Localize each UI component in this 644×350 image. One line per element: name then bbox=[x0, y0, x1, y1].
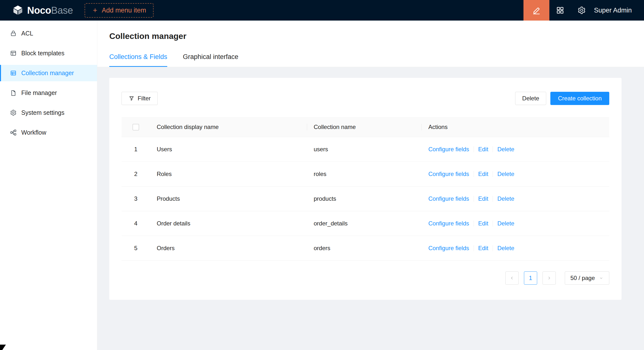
action-divider bbox=[493, 220, 493, 226]
chevron-left-icon bbox=[509, 275, 515, 281]
sidebar-item-workflow[interactable]: Workflow bbox=[0, 124, 97, 141]
delete-link[interactable]: Delete bbox=[497, 171, 514, 177]
header-actions: Super Admin bbox=[524, 0, 644, 21]
row-actions: Configure fields Edit Delete bbox=[428, 245, 603, 252]
sidebar-item-acl[interactable]: ACL bbox=[0, 25, 97, 42]
highlighter-icon bbox=[532, 6, 541, 15]
pagination: 1 50 / page bbox=[122, 271, 609, 285]
page-head: Collection manager Collections & Fields … bbox=[97, 21, 644, 67]
sidebar-item-collection-manager[interactable]: Collection manager bbox=[0, 65, 97, 81]
sidebar: ACL Block templates Collection manager F… bbox=[0, 21, 97, 350]
delete-link[interactable]: Delete bbox=[497, 195, 514, 202]
table-row: 1 Users users Configure fields Edit Dele… bbox=[122, 137, 609, 162]
brand-text: NocoBase bbox=[27, 5, 73, 16]
column-display-name: Collection display name bbox=[150, 117, 307, 137]
sidebar-item-label: ACL bbox=[21, 30, 33, 37]
brand[interactable]: NocoBase bbox=[0, 5, 73, 16]
appstore-icon bbox=[556, 6, 564, 15]
table-row: 5 Orders orders Configure fields Edit De… bbox=[122, 236, 609, 261]
user-menu[interactable]: Super Admin bbox=[594, 7, 632, 14]
cell-display-name: Order details bbox=[150, 211, 307, 236]
next-page-button[interactable] bbox=[542, 271, 556, 285]
action-divider bbox=[474, 245, 474, 251]
table-row: 3 Products products Configure fields Edi… bbox=[122, 186, 609, 211]
ui-editor-button[interactable] bbox=[524, 0, 550, 21]
configure-fields-link[interactable]: Configure fields bbox=[428, 171, 469, 177]
select-all-checkbox[interactable] bbox=[132, 124, 139, 130]
content-area: Filter Delete Create collection Collecti… bbox=[97, 67, 644, 350]
chevron-right-icon bbox=[546, 275, 552, 281]
collections-card: Filter Delete Create collection Collecti… bbox=[109, 78, 622, 300]
sidebar-item-system-settings[interactable]: System settings bbox=[0, 105, 97, 121]
app-header: NocoBase Add menu item bbox=[0, 0, 644, 21]
plugins-button[interactable] bbox=[550, 0, 571, 21]
main-area: Collection manager Collections & Fields … bbox=[97, 21, 644, 350]
action-divider bbox=[493, 196, 493, 202]
cell-name: order_details bbox=[307, 211, 422, 236]
sidebar-item-file-manager[interactable]: File manager bbox=[0, 85, 97, 101]
action-divider bbox=[493, 146, 493, 152]
action-divider bbox=[474, 220, 474, 226]
configure-fields-link[interactable]: Configure fields bbox=[428, 245, 469, 252]
row-index: 1 bbox=[122, 137, 150, 162]
cell-name: roles bbox=[307, 162, 422, 186]
filter-icon bbox=[128, 96, 134, 101]
cell-name: products bbox=[307, 186, 422, 211]
settings-button[interactable] bbox=[571, 0, 592, 21]
lock-icon bbox=[10, 30, 17, 37]
gear-icon bbox=[10, 109, 17, 116]
cell-name: orders bbox=[307, 236, 422, 261]
prev-page-button[interactable] bbox=[505, 271, 518, 285]
filter-label: Filter bbox=[138, 95, 150, 102]
edit-link[interactable]: Edit bbox=[478, 195, 488, 202]
plus-icon bbox=[92, 7, 98, 14]
tab-graphical-interface[interactable]: Graphical interface bbox=[183, 53, 238, 67]
edit-link[interactable]: Edit bbox=[478, 171, 488, 177]
edit-link[interactable]: Edit bbox=[478, 146, 488, 153]
delete-button[interactable]: Delete bbox=[515, 92, 546, 105]
action-divider bbox=[493, 245, 493, 251]
add-menu-item-button[interactable]: Add menu item bbox=[84, 3, 154, 18]
row-index: 3 bbox=[122, 186, 150, 211]
page-size-value: 50 / page bbox=[570, 275, 595, 281]
chevron-down-icon bbox=[599, 276, 604, 280]
delete-link[interactable]: Delete bbox=[497, 220, 514, 227]
edit-link[interactable]: Edit bbox=[478, 245, 488, 252]
page-title: Collection manager bbox=[109, 31, 632, 41]
column-actions: Actions bbox=[422, 117, 609, 137]
sidebar-item-label: Collection manager bbox=[21, 70, 74, 77]
configure-fields-link[interactable]: Configure fields bbox=[428, 146, 469, 153]
header-checkbox-cell bbox=[122, 117, 150, 137]
row-actions: Configure fields Edit Delete bbox=[428, 195, 603, 202]
gear-icon bbox=[578, 6, 586, 15]
row-index: 4 bbox=[122, 211, 150, 236]
page-size-select[interactable]: 50 / page bbox=[565, 271, 609, 285]
table-row: 4 Order details order_details Configure … bbox=[122, 211, 609, 236]
workflow-icon bbox=[10, 129, 17, 136]
tab-bar: Collections & Fields Graphical interface bbox=[109, 53, 632, 67]
filter-button[interactable]: Filter bbox=[122, 92, 158, 105]
collections-table: Collection display name Collection name … bbox=[122, 117, 609, 261]
delete-link[interactable]: Delete bbox=[497, 245, 514, 252]
sidebar-item-block-templates[interactable]: Block templates bbox=[0, 45, 97, 62]
row-index: 5 bbox=[122, 236, 150, 261]
sidebar-item-label: File manager bbox=[21, 89, 57, 96]
column-name: Collection name bbox=[307, 117, 422, 137]
add-menu-item-label: Add menu item bbox=[102, 7, 146, 14]
delete-link[interactable]: Delete bbox=[497, 146, 514, 153]
create-collection-button[interactable]: Create collection bbox=[550, 92, 609, 105]
cell-display-name: Orders bbox=[150, 236, 307, 261]
configure-fields-link[interactable]: Configure fields bbox=[428, 220, 469, 227]
page-number-button[interactable]: 1 bbox=[524, 271, 537, 285]
action-divider bbox=[493, 171, 493, 177]
edit-link[interactable]: Edit bbox=[478, 220, 488, 227]
sidebar-item-label: Workflow bbox=[21, 129, 46, 136]
row-actions: Configure fields Edit Delete bbox=[428, 220, 603, 227]
tab-collections-fields[interactable]: Collections & Fields bbox=[109, 53, 167, 67]
table-header-row: Collection display name Collection name … bbox=[122, 117, 609, 137]
configure-fields-link[interactable]: Configure fields bbox=[428, 195, 469, 202]
cell-name: users bbox=[307, 137, 422, 162]
sidebar-item-label: Block templates bbox=[21, 50, 64, 57]
table-icon bbox=[10, 70, 17, 77]
action-divider bbox=[474, 146, 474, 152]
